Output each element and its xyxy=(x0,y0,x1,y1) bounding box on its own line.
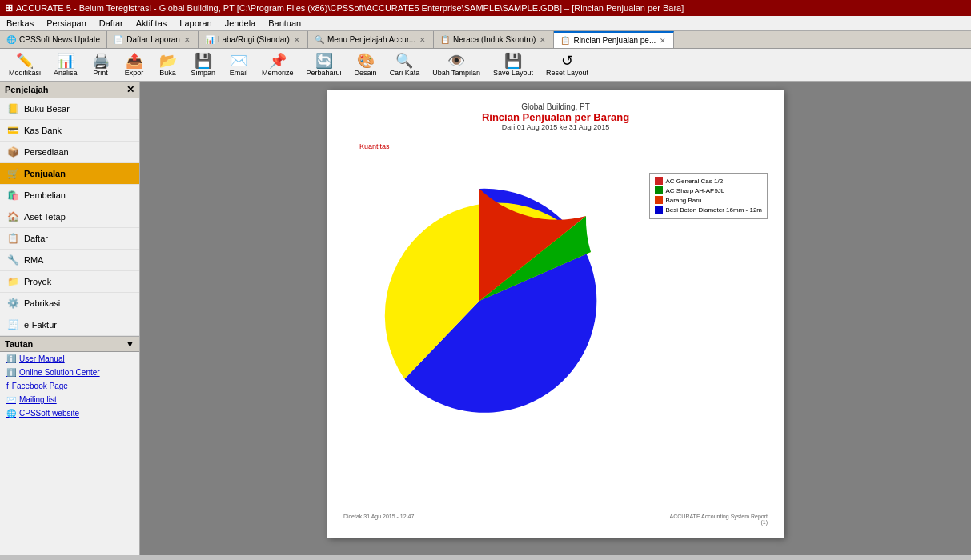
sidebar-icon-kas-bank: 💳 xyxy=(6,124,19,137)
toolbar-btn-carikata[interactable]: 🔍Cari Kata xyxy=(384,50,426,79)
sidebar-label-aset-tetap: Aset Tetap xyxy=(24,212,66,222)
tautan-item-user-manual[interactable]: ℹ️User Manual xyxy=(0,352,139,366)
toolbar-icon-memorize: 📌 xyxy=(269,53,287,69)
sidebar-item-proyek[interactable]: 📁Proyek xyxy=(0,271,139,293)
toolbar-btn-expor[interactable]: 📤Expor xyxy=(118,50,150,79)
tab-close-rincian[interactable]: ✕ xyxy=(659,37,667,45)
sidebar-title: Penjelajah xyxy=(5,85,48,94)
sidebar-item-rma[interactable]: 🔧RMA xyxy=(0,250,139,271)
tautan-item-online-solution[interactable]: ℹ️Online Solution Center xyxy=(0,366,139,379)
toolbar-btn-resetlayout[interactable]: ↺Reset Layout xyxy=(540,50,594,79)
toolbar-btn-savelayout[interactable]: 💾Save Layout xyxy=(488,50,539,79)
tab-label-news: CPSSoft News Update xyxy=(19,35,100,44)
menu-item-persiapan[interactable]: Persiapan xyxy=(45,18,88,29)
tautan-icon-facebook: f xyxy=(6,382,9,390)
title-bar: ⊞ ACCURATE 5 - Belum Teregistrasi - Glob… xyxy=(0,0,971,16)
sidebar-icon-proyek: 📁 xyxy=(6,275,19,288)
footer-date: Dicetak 31 Agu 2015 - 12:47 xyxy=(343,514,414,519)
tautan-label-user-manual: User Manual xyxy=(19,354,65,363)
sidebar-close-icon[interactable]: ✕ xyxy=(126,84,134,95)
toolbar-btn-buka[interactable]: 📂Buka xyxy=(152,50,184,79)
tab-label-labarugi: Laba/Rugi (Standar) xyxy=(218,35,290,44)
sidebar-icon-pembelian: 🛍️ xyxy=(6,189,19,202)
sidebar-label-penjualan: Penjualan xyxy=(24,169,66,178)
toolbar-btn-perbaharui[interactable]: 🔄Perbaharui xyxy=(301,50,347,79)
toolbar-label-perbaharui: Perbaharui xyxy=(307,69,342,77)
sidebar-label-persediaan: Persediaan xyxy=(24,147,69,157)
report-company: Global Building, PT xyxy=(343,102,768,111)
sidebar-icon-penjualan: 🛒 xyxy=(6,167,19,180)
tab-close-daftar[interactable]: ✕ xyxy=(183,36,191,44)
tautan-header[interactable]: Tautan ▼ xyxy=(0,337,139,352)
toolbar-label-modifikasi: Modifikasi xyxy=(9,69,41,77)
menu-bar: BerkasPersiapanDaftarAktifitasLaporanJen… xyxy=(0,16,971,31)
tab-label-daftar: Daftar Laporan xyxy=(126,35,180,44)
tautan-item-mailing[interactable]: ✉️Mailing list xyxy=(0,393,139,406)
toolbar-btn-analisa[interactable]: 📊Analisa xyxy=(48,50,83,79)
toolbar-btn-email[interactable]: ✉️Email xyxy=(223,50,255,79)
toolbar-btn-memorize[interactable]: 📌Memorize xyxy=(256,50,299,79)
tab-close-labarugi[interactable]: ✕ xyxy=(293,36,301,44)
sidebar-item-kas-bank[interactable]: 💳Kas Bank xyxy=(0,120,139,142)
sidebar-label-rma: RMA xyxy=(24,255,43,265)
sidebar-item-daftar[interactable]: 📋Daftar xyxy=(0,228,139,250)
sidebar-icon-buku-besar: 📒 xyxy=(6,102,19,115)
toolbar-btn-print[interactable]: 🖨️Print xyxy=(85,50,117,79)
sidebar-item-pabrikasi[interactable]: ⚙️Pabrikasi xyxy=(0,293,139,314)
tab-rincian[interactable]: 📋Rincian Penjualan pe...✕ xyxy=(554,31,674,48)
toolbar-icon-ubahtampilan: 👁️ xyxy=(447,53,465,69)
page-number: (1) xyxy=(343,519,768,525)
sidebar-item-pembelian[interactable]: 🛍️Pembelian xyxy=(0,185,139,206)
tab-icon-daftar: 📄 xyxy=(114,35,123,44)
tautan-icon-user-manual: ℹ️ xyxy=(6,354,16,363)
toolbar-label-analisa: Analisa xyxy=(54,69,78,77)
toolbar-btn-ubahtampilan[interactable]: 👁️Ubah Tampilan xyxy=(427,50,486,79)
tautan-item-website[interactable]: 🌐CPSSoft website xyxy=(0,406,139,420)
sidebar-item-aset-tetap[interactable]: 🏠Aset Tetap xyxy=(0,206,139,228)
sidebar-label-e-faktur: e-Faktur xyxy=(24,320,57,330)
tab-neraca[interactable]: 📋Neraca (Induk Skontro)✕ xyxy=(434,31,554,48)
legend-item-2: AC Sharp AH-AP9JL xyxy=(655,186,763,194)
tab-labarugi[interactable]: 📊Laba/Rugi (Standar)✕ xyxy=(199,31,308,48)
toolbar-btn-simpan[interactable]: 💾Simpan xyxy=(186,50,222,79)
tab-icon-rincian: 📋 xyxy=(560,36,570,45)
pie-svg xyxy=(359,181,600,421)
toolbar-label-resetlayout: Reset Layout xyxy=(546,69,588,77)
menu-item-jendela[interactable]: Jendela xyxy=(223,18,258,29)
sidebar-items: 📒Buku Besar💳Kas Bank📦Persediaan🛒Penjuala… xyxy=(0,98,139,336)
legend-item-1: AC General Cas 1/2 xyxy=(655,177,763,185)
menu-item-laporan[interactable]: Laporan xyxy=(178,18,213,29)
menu-item-berkas[interactable]: Berkas xyxy=(5,18,35,29)
tab-close-neraca[interactable]: ✕ xyxy=(539,36,547,44)
toolbar-label-memorize: Memorize xyxy=(262,69,294,77)
toolbar-label-expor: Expor xyxy=(125,69,144,77)
legend-label-2: AC Sharp AH-AP9JL xyxy=(666,187,725,194)
sidebar-item-penjualan[interactable]: 🛒Penjualan xyxy=(0,163,139,185)
sidebar-item-persediaan[interactable]: 📦Persediaan xyxy=(0,142,139,163)
sidebar-icon-daftar: 📋 xyxy=(6,232,19,245)
sidebar: Penjelajah ✕ 📒Buku Besar💳Kas Bank📦Persed… xyxy=(0,82,140,555)
tautan-item-facebook[interactable]: fFacebook Page xyxy=(0,379,139,393)
sidebar-item-e-faktur[interactable]: 🧾e-Faktur xyxy=(0,314,139,336)
app-logo: ⊞ xyxy=(5,2,13,14)
tab-close-menu[interactable]: ✕ xyxy=(419,36,427,44)
menu-item-bantuan[interactable]: Bantuan xyxy=(267,18,303,29)
toolbar-btn-modifikasi[interactable]: ✏️Modifikasi xyxy=(3,50,46,79)
menu-item-daftar[interactable]: Daftar xyxy=(98,18,125,29)
content-area: Global Building, PT Rincian Penjualan pe… xyxy=(140,82,971,555)
toolbar-label-email: Email xyxy=(230,69,248,77)
tab-daftar[interactable]: 📄Daftar Laporan✕ xyxy=(107,31,199,48)
toolbar-icon-simpan: 💾 xyxy=(195,53,212,69)
sidebar-item-buku-besar[interactable]: 📒Buku Besar xyxy=(0,98,139,120)
menu-item-aktifitas[interactable]: Aktifitas xyxy=(134,18,169,29)
tab-news[interactable]: 🌐CPSSoft News Update xyxy=(0,31,107,48)
sidebar-header: Penjelajah ✕ xyxy=(0,82,139,98)
toolbar-label-simpan: Simpan xyxy=(191,69,216,77)
tab-menu[interactable]: 🔍Menu Penjelajah Accur...✕ xyxy=(308,31,434,48)
toolbar-btn-desain[interactable]: 🎨Desain xyxy=(349,50,383,79)
title-text: ACCURATE 5 - Belum Teregistrasi - Global… xyxy=(16,3,684,13)
tab-bar: 🌐CPSSoft News Update📄Daftar Laporan✕📊Lab… xyxy=(0,31,971,49)
legend-color-4 xyxy=(655,206,663,214)
toolbar-icon-savelayout: 💾 xyxy=(504,53,522,69)
tab-label-menu: Menu Penjelajah Accur... xyxy=(327,35,415,44)
